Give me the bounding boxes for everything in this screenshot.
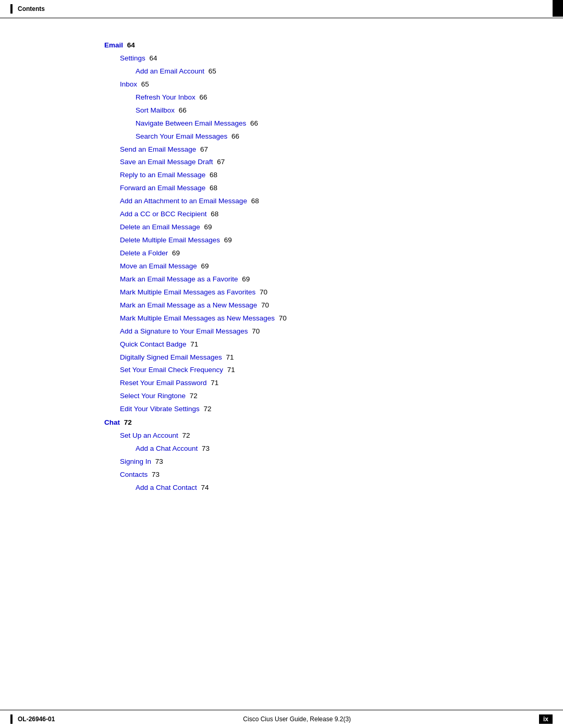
toc-entry[interactable]: Signing In 73 xyxy=(120,456,521,468)
toc-link[interactable]: Mark an Email Message as a Favorite xyxy=(120,275,238,283)
toc-link[interactable]: Delete a Folder xyxy=(120,249,168,257)
toc-link[interactable]: Add a Chat Account xyxy=(136,445,198,452)
page-number: 68 xyxy=(207,171,217,179)
header-title: Contents xyxy=(18,5,45,13)
page-number: 65 xyxy=(206,67,216,75)
toc-entry[interactable]: Digitally Signed Email Messages 71 xyxy=(120,352,521,364)
page-number: 72 xyxy=(122,418,132,426)
toc-link[interactable]: Add an Attachment to an Email Message xyxy=(120,197,247,205)
toc-link[interactable]: Navigate Between Email Messages xyxy=(136,119,246,127)
page-number: 73 xyxy=(153,458,163,465)
toc-link[interactable]: Send an Email Message xyxy=(120,145,196,153)
toc-link[interactable]: Contacts xyxy=(120,471,148,478)
page-number: 68 xyxy=(209,210,219,218)
page-footer: OL-26946-01 Cisco Cius User Guide, Relea… xyxy=(0,710,563,728)
toc-entry[interactable]: Delete Multiple Email Messages 69 xyxy=(120,235,521,246)
footer-page-number: ix xyxy=(539,714,553,724)
page-number: 70 xyxy=(259,301,269,309)
toc-link[interactable]: Select Your Ringtone xyxy=(120,392,186,400)
toc-link[interactable]: Settings xyxy=(120,54,145,62)
toc-entry[interactable]: Sort Mailbox 66 xyxy=(136,105,521,117)
toc-entry[interactable]: Email 64 xyxy=(104,39,521,52)
page-number: 72 xyxy=(202,405,212,413)
toc-entry[interactable]: Mark Multiple Email Messages as Favorite… xyxy=(120,287,521,299)
toc-link[interactable]: Edit Your Vibrate Settings xyxy=(120,405,200,413)
page-number: 66 xyxy=(198,93,207,101)
toc-entry[interactable]: Add a Chat Contact 74 xyxy=(136,482,521,494)
toc-link[interactable]: Refresh Your Inbox xyxy=(136,93,195,101)
toc-link[interactable]: Add a Signature to Your Email Messages xyxy=(120,327,248,335)
page-number: 69 xyxy=(202,223,212,231)
toc-entry[interactable]: Settings 64 xyxy=(120,53,521,65)
page-number: 70 xyxy=(277,314,287,322)
toc-entry[interactable]: Send an Email Message 67 xyxy=(120,144,521,156)
toc-link[interactable]: Reset Your Email Password xyxy=(120,379,207,387)
toc-entry[interactable]: Select Your Ringtone 72 xyxy=(120,390,521,402)
toc-entry[interactable]: Reply to an Email Message 68 xyxy=(120,169,521,181)
toc-link[interactable]: Delete Multiple Email Messages xyxy=(120,236,220,244)
page-number: 74 xyxy=(199,484,209,491)
toc-entry[interactable]: Add a Signature to Your Email Messages 7… xyxy=(120,326,521,338)
toc-entry[interactable]: Forward an Email Message 68 xyxy=(120,182,521,194)
page-number: 68 xyxy=(207,184,217,192)
toc-link[interactable]: Set Your Email Check Frequency xyxy=(120,366,223,374)
toc-link[interactable]: Email xyxy=(104,41,123,49)
toc-entry[interactable]: Inbox 65 xyxy=(120,79,521,91)
page-number: 73 xyxy=(200,445,210,452)
toc-entry[interactable]: Mark Multiple Email Messages as New Mess… xyxy=(120,313,521,325)
footer-doc-number: OL-26946-01 xyxy=(18,715,55,723)
toc-link[interactable]: Sort Mailbox xyxy=(136,106,175,114)
toc-entry[interactable]: Set Your Email Check Frequency 71 xyxy=(120,364,521,376)
toc-link[interactable]: Search Your Email Messages xyxy=(136,132,227,140)
toc-link[interactable]: Move an Email Message xyxy=(120,262,197,270)
toc-entry[interactable]: Set Up an Account 72 xyxy=(120,430,521,442)
toc-entry[interactable]: Mark an Email Message as a New Message 7… xyxy=(120,300,521,312)
toc-entry[interactable]: Add a Chat Account 73 xyxy=(136,443,521,455)
toc-entry[interactable]: Navigate Between Email Messages 66 xyxy=(136,118,521,130)
toc-entry[interactable]: Add an Attachment to an Email Message 68 xyxy=(120,195,521,207)
header-black-box xyxy=(553,0,563,17)
toc-link[interactable]: Inbox xyxy=(120,80,137,88)
toc-link[interactable]: Add a Chat Contact xyxy=(136,484,197,491)
page-number: 71 xyxy=(189,340,199,348)
toc-entry[interactable]: Edit Your Vibrate Settings 72 xyxy=(120,403,521,415)
toc-entry[interactable]: Delete an Email Message 69 xyxy=(120,221,521,233)
footer-right: ix xyxy=(539,714,553,724)
page-number: 71 xyxy=(225,366,235,374)
toc-entry[interactable]: Add an Email Account 65 xyxy=(136,66,521,78)
toc-link[interactable]: Quick Contact Badge xyxy=(120,340,187,348)
toc-link[interactable]: Reply to an Email Message xyxy=(120,171,205,179)
toc-link[interactable]: Forward an Email Message xyxy=(120,184,205,192)
toc-link[interactable]: Add a CC or BCC Recipient xyxy=(120,210,207,218)
page-number: 66 xyxy=(177,106,187,114)
toc-link[interactable]: Mark Multiple Email Messages as New Mess… xyxy=(120,314,275,322)
toc-link[interactable]: Chat xyxy=(104,418,120,426)
toc-link[interactable]: Delete an Email Message xyxy=(120,223,200,231)
toc-entry[interactable]: Delete a Folder 69 xyxy=(120,248,521,260)
toc-entry[interactable]: Add a CC or BCC Recipient 68 xyxy=(120,208,521,220)
page-number: 72 xyxy=(188,392,198,400)
toc-link[interactable]: Add an Email Account xyxy=(136,67,204,75)
toc-entry[interactable]: Mark an Email Message as a Favorite 69 xyxy=(120,274,521,286)
toc-link[interactable]: Mark Multiple Email Messages as Favorite… xyxy=(120,288,255,296)
page-number: 64 xyxy=(148,54,157,62)
toc-link[interactable]: Signing In xyxy=(120,458,151,465)
toc-entry[interactable]: Save an Email Message Draft 67 xyxy=(120,156,521,168)
toc-entry[interactable]: Move an Email Message 69 xyxy=(120,261,521,273)
toc-link[interactable]: Save an Email Message Draft xyxy=(120,158,213,166)
page-number: 70 xyxy=(250,327,260,335)
toc-entry[interactable]: Quick Contact Badge 71 xyxy=(120,339,521,351)
page-number: 69 xyxy=(222,236,232,244)
toc-entry[interactable]: Reset Your Email Password 71 xyxy=(120,377,521,389)
toc-entry[interactable]: Search Your Email Messages 66 xyxy=(136,131,521,143)
toc-link[interactable]: Digitally Signed Email Messages xyxy=(120,353,222,361)
toc-entry[interactable]: Chat 72 xyxy=(104,416,521,429)
toc-entry[interactable]: Refresh Your Inbox 66 xyxy=(136,92,521,104)
page-number: 67 xyxy=(198,145,208,153)
page-number: 66 xyxy=(248,119,258,127)
toc-entry[interactable]: Contacts 73 xyxy=(120,469,521,481)
page-number: 72 xyxy=(180,431,190,439)
toc-link[interactable]: Mark an Email Message as a New Message xyxy=(120,301,257,309)
toc-link[interactable]: Set Up an Account xyxy=(120,431,178,439)
toc-content: Email 64Settings 64Add an Email Account … xyxy=(0,18,563,537)
